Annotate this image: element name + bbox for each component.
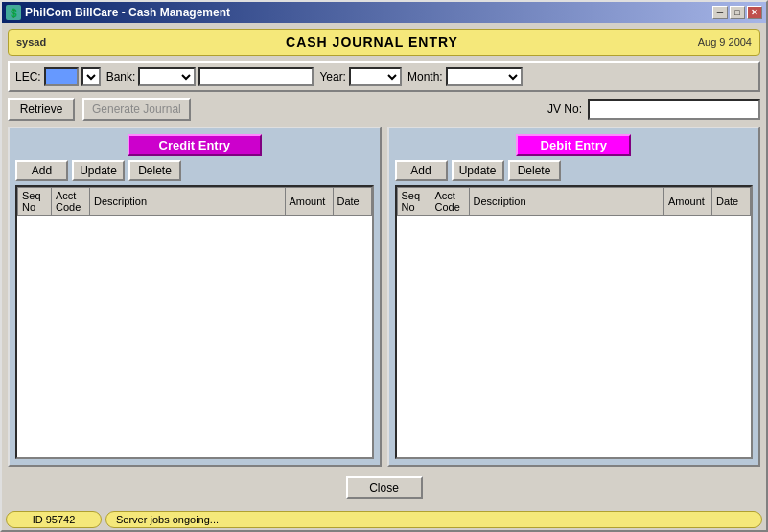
close-button[interactable]: Close — [346, 476, 423, 499]
credit-delete-button[interactable]: Delete — [128, 160, 181, 181]
debit-table-container: SeqNo AcctCode Description Amount Date — [395, 185, 754, 459]
debit-col-desc: Description — [469, 188, 664, 216]
credit-add-button[interactable]: Add — [15, 160, 68, 181]
debit-table: SeqNo AcctCode Description Amount Date — [397, 187, 752, 216]
title-bar-left: 💲 PhilCom BillCare - Cash Management — [6, 5, 230, 20]
credit-table: SeqNo AcctCode Description Amount Date — [17, 187, 372, 216]
year-label: Year: — [319, 70, 346, 83]
bank-group: Bank: — [106, 67, 314, 86]
debit-col-amount: Amount — [664, 188, 712, 216]
status-id: ID 95742 — [6, 511, 102, 528]
credit-col-acct: AcctCode — [52, 188, 90, 216]
jv-no-input[interactable] — [588, 99, 760, 120]
title-bar-controls: ─ □ ✕ — [712, 6, 762, 19]
month-select[interactable] — [446, 67, 523, 86]
header-title: CASH JOURNAL ENTRY — [286, 35, 458, 50]
lec-label: LEC: — [15, 70, 41, 83]
credit-table-container: SeqNo AcctCode Description Amount Date — [15, 185, 374, 459]
title-bar: 💲 PhilCom BillCare - Cash Management ─ □… — [2, 2, 766, 23]
header-bar: sysad CASH JOURNAL ENTRY Aug 9 2004 — [8, 29, 760, 56]
lec-select[interactable] — [81, 67, 101, 86]
credit-col-seq: SeqNo — [18, 188, 52, 216]
close-window-button[interactable]: ✕ — [747, 6, 762, 19]
credit-panel: Credit Entry Add Update Delete SeqNo Acc… — [8, 127, 382, 467]
credit-col-date: Date — [333, 188, 371, 216]
bank-label: Bank: — [106, 70, 136, 83]
lec-input[interactable] — [44, 67, 79, 86]
jv-row: JV No: — [547, 99, 760, 120]
month-group: Month: — [407, 67, 523, 86]
debit-col-seq: SeqNo — [397, 188, 431, 216]
window-title: PhilCom BillCare - Cash Management — [25, 6, 230, 19]
credit-col-amount: Amount — [285, 188, 333, 216]
main-window: 💲 PhilCom BillCare - Cash Management ─ □… — [0, 0, 768, 532]
month-label: Month: — [407, 70, 443, 83]
credit-update-button[interactable]: Update — [72, 160, 125, 181]
status-bar: ID 95742 Server jobs ongoing... — [2, 509, 766, 530]
header-user: sysad — [16, 36, 46, 48]
generate-journal-button[interactable]: Generate Journal — [82, 98, 191, 121]
debit-delete-button[interactable]: Delete — [508, 160, 561, 181]
lec-group: LEC: — [15, 67, 101, 86]
jv-no-label: JV No: — [547, 103, 582, 116]
debit-panel-title: Debit Entry — [516, 134, 631, 156]
debit-add-button[interactable]: Add — [395, 160, 448, 181]
year-select[interactable] — [349, 67, 402, 86]
credit-panel-title: Credit Entry — [128, 134, 262, 156]
window-content: sysad CASH JOURNAL ENTRY Aug 9 2004 LEC:… — [2, 23, 766, 509]
credit-panel-buttons: Add Update Delete — [15, 160, 374, 181]
retrieve-button[interactable]: Retrieve — [8, 98, 75, 121]
debit-update-button[interactable]: Update — [452, 160, 504, 181]
debit-col-date: Date — [712, 188, 751, 216]
minimize-button[interactable]: ─ — [712, 6, 728, 19]
controls-row: LEC: Bank: Year: Month: — [8, 61, 760, 92]
year-group: Year: — [319, 67, 402, 86]
main-panels: Credit Entry Add Update Delete SeqNo Acc… — [8, 127, 760, 467]
debit-panel-buttons: Add Update Delete — [395, 160, 754, 181]
status-server: Server jobs ongoing... — [105, 511, 762, 528]
bank-detail-input[interactable] — [198, 67, 314, 86]
bank-select[interactable] — [138, 67, 196, 86]
debit-col-acct: AcctCode — [431, 188, 469, 216]
bottom-row: Close — [8, 473, 760, 503]
credit-col-desc: Description — [90, 188, 286, 216]
header-date: Aug 9 2004 — [698, 36, 752, 48]
app-icon: 💲 — [6, 5, 21, 20]
debit-panel: Debit Entry Add Update Delete SeqNo Acct… — [387, 127, 761, 467]
maximize-button[interactable]: □ — [730, 6, 745, 19]
action-row: Retrieve Generate Journal JV No: — [8, 98, 760, 121]
